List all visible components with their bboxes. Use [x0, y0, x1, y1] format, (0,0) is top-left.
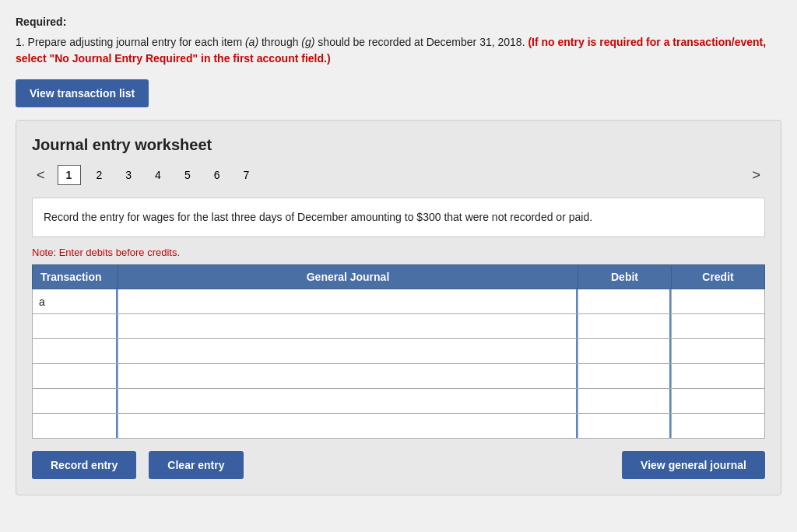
transaction-cell-5 [33, 389, 118, 414]
transaction-cell-1: a [33, 289, 118, 314]
note-text: Note: Enter debits before credits. [32, 247, 765, 258]
credit-cell-3[interactable] [672, 339, 765, 364]
journal-cell-6[interactable] [118, 414, 578, 439]
credit-cell-2[interactable] [672, 314, 765, 339]
debit-input-5[interactable] [578, 389, 671, 413]
journal-cell-2[interactable] [118, 314, 578, 339]
page-tab-3[interactable]: 3 [118, 166, 139, 184]
credit-cell-4[interactable] [672, 364, 765, 389]
page-container: Required: 1. Prepare adjusting journal e… [16, 16, 781, 495]
page-tab-4[interactable]: 4 [147, 166, 169, 184]
credit-cell-5[interactable] [672, 389, 765, 414]
page-tab-2[interactable]: 2 [89, 166, 111, 184]
journal-input-1[interactable] [118, 289, 578, 313]
journal-cell-1[interactable] [118, 289, 578, 314]
worksheet-title: Journal entry worksheet [32, 136, 765, 154]
credit-input-2[interactable] [672, 314, 764, 338]
table-row [33, 389, 765, 414]
italic-a: (a) [245, 36, 258, 48]
transaction-cell-2 [33, 314, 118, 339]
debit-input-6[interactable] [578, 414, 671, 438]
debit-cell-1[interactable] [578, 289, 672, 314]
credit-input-1[interactable] [672, 289, 764, 313]
table-row: a [33, 289, 765, 314]
pagination-row: < 1 2 3 4 5 6 7 > [32, 165, 765, 185]
credit-cell-1[interactable] [672, 289, 765, 314]
page-tab-6[interactable]: 6 [206, 166, 228, 184]
debit-input-4[interactable] [578, 364, 671, 388]
debit-cell-2[interactable] [578, 314, 672, 339]
italic-g: (g) [301, 36, 314, 48]
journal-input-6[interactable] [118, 414, 578, 438]
debit-cell-6[interactable] [578, 414, 672, 439]
table-row [33, 314, 765, 339]
worksheet-container: Journal entry worksheet < 1 2 3 4 5 6 7 … [16, 120, 781, 495]
next-page-button[interactable]: > [747, 166, 765, 185]
view-general-journal-button[interactable]: View general journal [622, 451, 765, 479]
instruction-text1: Prepare adjusting journal entry for each… [28, 36, 245, 48]
prev-page-button[interactable]: < [32, 166, 50, 185]
journal-input-4[interactable] [118, 364, 578, 388]
through-text: through [258, 36, 301, 48]
journal-input-2[interactable] [118, 314, 578, 338]
page-tab-1[interactable]: 1 [58, 165, 81, 185]
journal-cell-5[interactable] [118, 389, 578, 414]
entry-description-box: Record the entry for wages for the last … [32, 198, 765, 237]
journal-cell-3[interactable] [118, 339, 578, 364]
header-transaction: Transaction [33, 265, 118, 289]
transaction-cell-6 [33, 414, 118, 439]
buttons-row: Record entry Clear entry View general jo… [32, 451, 765, 479]
page-tab-5[interactable]: 5 [177, 166, 198, 184]
clear-entry-button[interactable]: Clear entry [149, 451, 243, 479]
instruction-number: 1. [16, 36, 25, 48]
table-row [33, 339, 765, 364]
credit-input-3[interactable] [672, 339, 764, 363]
transaction-cell-4 [33, 364, 118, 389]
required-label: Required: [16, 16, 781, 28]
page-tab-7[interactable]: 7 [236, 166, 258, 184]
journal-table: Transaction General Journal Debit Credit… [32, 264, 765, 439]
transaction-cell-3 [33, 339, 118, 364]
header-credit: Credit [672, 265, 765, 289]
table-row [33, 414, 765, 439]
record-entry-button[interactable]: Record entry [32, 451, 136, 479]
credit-input-6[interactable] [672, 414, 764, 438]
credit-input-5[interactable] [672, 389, 764, 413]
debit-input-1[interactable] [578, 289, 671, 313]
debit-input-3[interactable] [578, 339, 671, 363]
journal-input-3[interactable] [118, 339, 578, 363]
journal-cell-4[interactable] [118, 364, 578, 389]
debit-cell-3[interactable] [578, 339, 672, 364]
entry-description: Record the entry for wages for the last … [44, 211, 592, 223]
header-debit: Debit [578, 265, 672, 289]
journal-input-5[interactable] [118, 389, 578, 413]
view-transaction-button[interactable]: View transaction list [16, 79, 149, 107]
credit-cell-6[interactable] [672, 414, 765, 439]
instruction-text2: should be recorded at December 31, 2018. [314, 36, 528, 48]
header-general-journal: General Journal [118, 265, 578, 289]
credit-input-4[interactable] [672, 364, 764, 388]
debit-input-2[interactable] [578, 314, 671, 338]
debit-cell-5[interactable] [578, 389, 672, 414]
debit-cell-4[interactable] [578, 364, 672, 389]
table-row [33, 364, 765, 389]
instruction: 1. Prepare adjusting journal entry for e… [16, 34, 781, 67]
